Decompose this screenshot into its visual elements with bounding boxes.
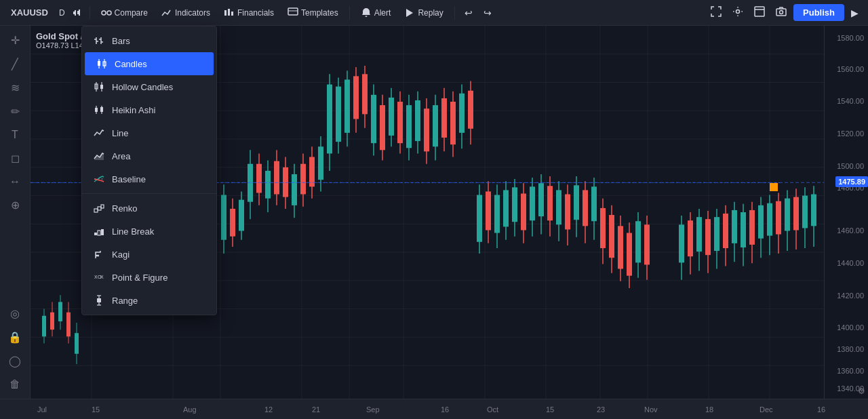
price-label-1360: 1360.00	[837, 367, 868, 375]
templates-button[interactable]: Templates	[282, 5, 344, 21]
measure-tool[interactable]: ↔	[7, 173, 23, 191]
svg-rect-70	[300, 164, 306, 195]
menu-item-point-figure[interactable]: X O X Point & Figure	[82, 266, 216, 289]
svg-rect-46	[58, 302, 62, 321]
time-label-12: 12	[264, 405, 273, 414]
shapes-tool[interactable]: ◻	[8, 149, 22, 167]
compare-button[interactable]: Compare	[96, 5, 153, 21]
price-label-1560: 1560.00	[837, 65, 868, 73]
heikin-ashi-icon	[93, 104, 105, 116]
svg-rect-164	[741, 212, 746, 247]
menu-item-area[interactable]: Area	[82, 144, 216, 167]
line-break-label: Line Break	[112, 226, 154, 237]
menu-item-line[interactable]: Line	[82, 121, 216, 144]
hide-tool[interactable]: ◯	[6, 352, 24, 370]
financials-button[interactable]: Financials	[218, 5, 279, 21]
time-label-nov: Nov	[644, 405, 658, 414]
camera-button[interactable]	[772, 3, 791, 22]
chart-type-dropdown: Bars Candles Hollow Candles	[81, 26, 217, 315]
svg-rect-7	[228, 9, 230, 16]
svg-rect-144	[627, 233, 632, 276]
interval-label[interactable]: D	[56, 8, 68, 18]
svg-rect-136	[591, 186, 597, 221]
time-label-jul: Jul	[37, 405, 47, 414]
hollow-candles-icon	[93, 81, 105, 93]
svg-rect-50	[75, 333, 79, 354]
menu-item-hollow-candles[interactable]: Hollow Candles	[82, 75, 216, 98]
menu-item-renko[interactable]: Renko	[82, 197, 216, 220]
divider-3	[454, 6, 455, 20]
svg-rect-56	[239, 200, 244, 231]
svg-rect-142	[618, 226, 623, 268]
candles-icon	[96, 58, 108, 70]
svg-rect-48	[66, 313, 71, 337]
bars-icon	[93, 35, 105, 47]
indicators-button[interactable]: Indicators	[156, 5, 216, 21]
svg-rect-152	[688, 220, 693, 256]
time-axis: Jul 15 Aug 12 21 Sep 16 Oct 15 23 Nov 18…	[0, 399, 868, 419]
menu-item-range[interactable]: Range	[82, 289, 216, 312]
zoom-tool[interactable]: ⊕	[8, 196, 22, 214]
more-button[interactable]: ▶	[847, 5, 863, 21]
svg-rect-204	[94, 233, 97, 235]
svg-point-12	[736, 10, 740, 14]
time-label-15b: 15	[546, 405, 554, 414]
crosshair-tool[interactable]: ✛	[8, 31, 22, 49]
left-sidebar: ✛ ╱ ≋ ✏ T ◻ ↔ ⊕ ◎ 🔒 ◯ 🗑	[0, 26, 31, 399]
settings-button[interactable]	[728, 3, 747, 22]
svg-rect-100	[433, 105, 438, 146]
svg-rect-80	[344, 79, 350, 132]
replay-button[interactable]: Replay	[399, 5, 448, 21]
time-label-sep: Sep	[366, 405, 380, 414]
svg-rect-189	[98, 61, 100, 66]
menu-item-baseline[interactable]: Baseline	[82, 167, 216, 191]
svg-rect-13	[755, 7, 764, 16]
expand-button[interactable]	[750, 3, 769, 22]
svg-rect-94	[406, 105, 412, 148]
menu-item-line-break[interactable]: Line Break	[82, 220, 216, 243]
trend-line-tool[interactable]: ╱	[9, 55, 21, 73]
price-label-1460: 1460.00	[837, 226, 868, 235]
fullscreen-button[interactable]	[707, 3, 726, 22]
chart-type-icon[interactable]	[72, 7, 83, 18]
current-price-label[interactable]: 1475.89	[835, 176, 868, 187]
divider-2	[349, 6, 350, 20]
renko-label: Renko	[112, 203, 138, 214]
lock-tool[interactable]: 🔒	[5, 328, 24, 346]
divider-1	[90, 6, 90, 20]
main-toolbar: XAUUSD D Compare Indicators Financials T…	[0, 0, 868, 26]
trash-tool[interactable]: 🗑	[7, 376, 23, 393]
time-label-15: 15	[92, 405, 100, 414]
symbol-label[interactable]: XAUUSD	[5, 7, 54, 18]
brush-tool[interactable]: ✏	[8, 102, 22, 121]
magnet-tool[interactable]: ◎	[7, 304, 22, 323]
price-label-1400: 1400.00	[837, 323, 868, 332]
redo-button[interactable]: ↪	[479, 5, 496, 21]
menu-item-candles[interactable]: Candles	[85, 52, 214, 75]
svg-rect-78	[336, 87, 341, 142]
undo-button[interactable]: ↩	[460, 5, 477, 21]
point-figure-label: Point & Figure	[112, 273, 167, 283]
publish-button[interactable]: Publish	[793, 4, 844, 21]
svg-rect-156	[705, 219, 711, 255]
svg-rect-6	[224, 10, 226, 16]
price-axis-settings[interactable]: ⚙	[858, 386, 865, 396]
price-label-1580: 1580.00	[837, 34, 868, 42]
menu-item-heikin-ashi[interactable]: Heikin Ashi	[82, 98, 216, 121]
fibonacci-tool[interactable]: ≋	[8, 79, 22, 97]
svg-rect-120	[521, 194, 526, 231]
svg-rect-92	[397, 102, 403, 143]
price-label-1520: 1520.00	[837, 129, 868, 138]
svg-rect-178	[802, 196, 808, 228]
menu-item-bars[interactable]: Bars	[82, 29, 216, 52]
svg-rect-205	[98, 231, 100, 235]
alert-button[interactable]: Alert	[355, 5, 397, 21]
price-label-1380: 1380.00	[837, 345, 868, 353]
svg-rect-172	[776, 201, 781, 235]
menu-item-kagi[interactable]: Kagi	[82, 243, 216, 266]
heikin-ashi-label: Heikin Ashi	[112, 105, 155, 115]
text-tool[interactable]: T	[9, 126, 21, 144]
svg-rect-132	[574, 185, 579, 220]
svg-rect-112	[486, 191, 491, 230]
svg-rect-108	[468, 91, 473, 129]
